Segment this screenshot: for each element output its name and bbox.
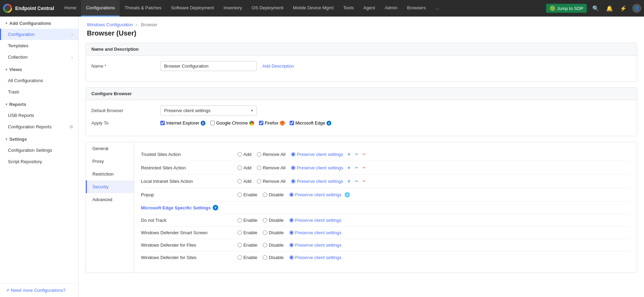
ss-preserve[interactable]: Preserve client settings	[289, 230, 341, 235]
ie-action-icon[interactable]: e	[346, 165, 352, 171]
subnav-restriction[interactable]: Restriction	[86, 168, 134, 180]
chevron-down-icon: ▾	[251, 108, 253, 113]
popup-row: Popup Enable Disable Preserve client set…	[141, 188, 630, 201]
edit-blue-icon[interactable]: ✏	[353, 165, 360, 171]
ie-checkbox-item[interactable]: Internet Explorer e	[160, 120, 205, 126]
trusted-remove-all[interactable]: Remove All	[257, 152, 285, 157]
popup-label: Popup	[141, 192, 238, 197]
jump-to-sdp[interactable]: 🟢 Jump to SDP	[546, 4, 587, 13]
sidebar-item-usb-reports[interactable]: USB Reports	[0, 110, 78, 121]
sidebar-item-config-settings[interactable]: Configuration Settings	[0, 145, 78, 156]
sidebar-section-add-configurations[interactable]: ▾ Add Configurations	[0, 17, 78, 29]
chrome-checkbox[interactable]	[210, 121, 215, 125]
dnt-disable[interactable]: Disable	[263, 218, 283, 223]
subnav-proxy[interactable]: Proxy	[86, 155, 134, 168]
restricted-preserve[interactable]: Preserve client settings	[291, 165, 343, 170]
df-disable[interactable]: Disable	[263, 242, 283, 248]
search-icon[interactable]: 🔍	[591, 4, 601, 13]
intranet-remove-all[interactable]: Remove All	[257, 179, 285, 184]
nav-os[interactable]: OS Deployment	[247, 0, 288, 17]
edit-red-icon[interactable]: ✏	[361, 165, 367, 171]
name-description-section: Name and Description Name * Add Descript…	[85, 43, 637, 82]
name-input[interactable]	[160, 61, 257, 71]
nav-threats[interactable]: Threats & Patches	[120, 0, 166, 17]
restricted-add[interactable]: Add	[238, 165, 251, 170]
sidebar-item-script-repo[interactable]: Script Repository	[0, 156, 78, 167]
firefox-checkbox-item[interactable]: Firefox 🦊	[259, 120, 285, 126]
sub-navigation: General Proxy Restriction Security Advan…	[86, 142, 134, 273]
nav-inventory[interactable]: Inventory	[219, 0, 247, 17]
configure-browser-section: Configure Browser Default Browser Preser…	[85, 87, 637, 136]
edit-red-icon[interactable]: ✏	[361, 178, 367, 184]
trusted-add[interactable]: Add	[238, 152, 251, 157]
df-preserve[interactable]: Preserve client settings	[289, 242, 341, 248]
nav-home[interactable]: Home	[60, 0, 81, 17]
sidebar-item-config-reports[interactable]: Configuration Reports ⊟	[0, 121, 78, 132]
sidebar-item-templates[interactable]: Templates	[0, 40, 78, 51]
nav-agent[interactable]: Agent	[359, 0, 380, 17]
smart-screen-label: Windows Defender Smart Screen	[141, 230, 238, 235]
popup-preserve[interactable]: Preserve client settings	[289, 192, 341, 197]
logo[interactable]: Endpoint Central	[3, 3, 54, 13]
sidebar-item-trash[interactable]: Trash	[0, 86, 78, 98]
edge-checkbox[interactable]	[290, 121, 294, 125]
nav-configurations[interactable]: Configurations	[81, 0, 120, 17]
sidebar-item-collection[interactable]: Collection ›	[0, 51, 78, 63]
ie-checkbox[interactable]	[160, 121, 165, 125]
sidebar-item-configuration[interactable]: Configuration ›	[0, 29, 78, 40]
sidebar-section-reports[interactable]: ▾ Reports	[0, 98, 78, 110]
subnav-advanced[interactable]: Advanced	[86, 193, 134, 206]
trusted-preserve[interactable]: Preserve client settings	[291, 152, 343, 157]
ie-action-icon[interactable]: e	[346, 151, 352, 157]
name-row: Name * Add Description	[91, 61, 631, 71]
external-link-icon: ↗	[6, 288, 9, 293]
ds-enable[interactable]: Enable	[238, 255, 257, 260]
restricted-remove-all[interactable]: Remove All	[257, 165, 285, 170]
breadcrumb-parent[interactable]: Windows Configuration	[87, 22, 133, 27]
sdp-icon: 🟢	[550, 6, 555, 11]
ds-disable[interactable]: Disable	[263, 255, 283, 260]
popup-disable[interactable]: Disable	[263, 192, 283, 197]
defender-files-radios: Enable Disable Preserve client settings	[238, 242, 341, 248]
chrome-checkbox-item[interactable]: Google Chrome	[210, 120, 254, 126]
collapse-icon: ⊟	[70, 125, 73, 129]
main-content: Windows Configuration › Browser Browser …	[79, 17, 644, 297]
nav-tools[interactable]: Tools	[339, 0, 359, 17]
add-description-link[interactable]: Add Description	[262, 63, 294, 69]
popup-enable[interactable]: Enable	[238, 192, 257, 197]
nav-admin[interactable]: Admin	[380, 0, 402, 17]
ie-action-icon[interactable]: e	[346, 178, 352, 184]
sidebar-section-settings[interactable]: ▾ Settings	[0, 132, 78, 145]
edit-blue-icon[interactable]: ✏	[353, 151, 360, 157]
sidebar: ▾ Add Configurations Configuration › Tem…	[0, 17, 79, 297]
dnt-preserve[interactable]: Preserve client settings	[289, 218, 341, 223]
nav-mobile[interactable]: Mobile Device Mgmt	[288, 0, 339, 17]
default-browser-dropdown[interactable]: Preserve client settings ▾	[160, 106, 257, 116]
nav-more[interactable]: ...	[431, 0, 444, 17]
edit-red-icon[interactable]: ✏	[361, 151, 367, 157]
edit-blue-icon[interactable]: ✏	[353, 178, 360, 184]
intranet-add[interactable]: Add	[238, 179, 251, 184]
need-more-link[interactable]: ↗ Need more Configurations?	[6, 288, 73, 293]
user-avatar[interactable]: 👤	[632, 4, 641, 13]
intranet-preserve[interactable]: Preserve client settings	[291, 179, 343, 184]
ds-preserve[interactable]: Preserve client settings	[289, 255, 341, 260]
name-section-body: Name * Add Description	[86, 56, 637, 81]
nav-software[interactable]: Software Deployment	[166, 0, 219, 17]
firefox-browser-icon: 🦊	[280, 121, 285, 126]
sidebar-section-views[interactable]: ▾ Views	[0, 63, 78, 75]
subnav-general[interactable]: General	[86, 142, 134, 155]
edge-checkbox-item[interactable]: Microsoft Edge e	[290, 120, 332, 126]
ss-disable[interactable]: Disable	[263, 230, 283, 235]
globe-icon[interactable]: 🌐	[344, 191, 350, 198]
nav-browsers[interactable]: Browsers	[402, 0, 431, 17]
bell-icon[interactable]: 🔔	[605, 4, 614, 13]
subnav-security[interactable]: Security	[86, 180, 134, 193]
df-enable[interactable]: Enable	[238, 242, 257, 248]
dnt-enable[interactable]: Enable	[238, 218, 257, 223]
firefox-checkbox[interactable]	[259, 121, 263, 125]
restricted-sites-radios: Add Remove All Preserve client settings	[238, 165, 343, 170]
ss-enable[interactable]: Enable	[238, 230, 257, 235]
lightning-icon[interactable]: ⚡	[618, 4, 628, 13]
sidebar-item-all-configurations[interactable]: All Configurations	[0, 75, 78, 86]
